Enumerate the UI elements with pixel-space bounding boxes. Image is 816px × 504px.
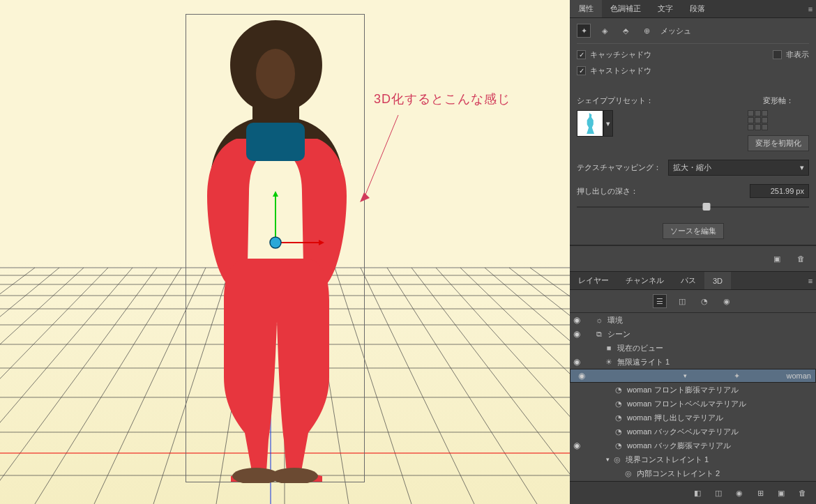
svg-line-19: [411, 268, 570, 504]
filter-material-icon[interactable]: ◔: [697, 294, 711, 308]
camera-icon: ■: [603, 344, 614, 352]
tab-channels[interactable]: チャンネル: [617, 272, 672, 289]
svg-point-36: [232, 468, 280, 483]
material-icon: ◔: [613, 399, 624, 408]
svg-line-43: [364, 115, 398, 198]
row-material[interactable]: ◔woman フロント膨張マテリアル: [570, 383, 816, 397]
footer-icon[interactable]: ⊞: [753, 486, 767, 500]
eye-icon[interactable]: ◉: [570, 441, 584, 450]
tab-properties[interactable]: 属性: [570, 0, 602, 17]
material-icon: ◔: [613, 385, 624, 395]
env-icon: ☼: [594, 316, 605, 324]
svg-line-1: [0, 268, 35, 504]
reset-deform-button[interactable]: 変形を初期化: [748, 135, 809, 151]
catch-shadow-check[interactable]: [577, 50, 586, 59]
row-material[interactable]: ◔woman 押し出しマテリアル: [570, 411, 816, 425]
svg-line-14: [0, 268, 157, 504]
svg-rect-34: [246, 123, 305, 161]
eye-icon[interactable]: ◉: [570, 329, 584, 339]
viewport-3d[interactable]: 3D化するとこんな感じ: [0, 0, 570, 504]
properties-tabs: 属性 色調補正 文字 段落 ≡: [570, 0, 816, 18]
extrude-depth-label: 押し出しの深さ：: [577, 186, 638, 197]
annotation-arrow: [360, 112, 402, 202]
extrude-depth-value[interactable]: 251.99 px: [750, 184, 809, 198]
svg-line-3: [0, 268, 133, 504]
svg-line-10: [485, 268, 570, 504]
footer-icon[interactable]: ◧: [690, 486, 704, 500]
svg-marker-39: [319, 240, 324, 245]
hide-check[interactable]: [773, 50, 782, 59]
shape-preset-label: シェイププリセット：: [577, 96, 653, 106]
filter-light-icon[interactable]: ◉: [720, 294, 734, 308]
transform-gizmo[interactable]: [262, 188, 324, 251]
edit-source-button[interactable]: ソースを編集: [663, 223, 724, 239]
scene-icon: ⧉: [594, 330, 605, 339]
texture-mapping-select[interactable]: 拡大・縮小▾: [668, 160, 809, 176]
svg-line-9: [436, 268, 570, 504]
material-icon: ◔: [613, 413, 624, 422]
trash-icon[interactable]: 🗑: [795, 486, 809, 500]
deform-mode-icon[interactable]: ◈: [598, 24, 612, 38]
material-icon: ◔: [613, 441, 624, 450]
render-icon[interactable]: ▣: [774, 486, 788, 500]
eye-icon[interactable]: ◉: [570, 357, 584, 367]
row-infinite-light[interactable]: ◉☀無限遠ライト 1: [570, 355, 816, 369]
panel-menu-icon[interactable]: ≡: [805, 0, 816, 17]
disclosure-icon[interactable]: ▾: [681, 372, 690, 379]
cast-shadow-check[interactable]: [577, 66, 586, 75]
svg-line-4: [35, 268, 181, 504]
svg-line-11: [530, 268, 570, 504]
row-woman[interactable]: ◉▾✦woman: [570, 369, 816, 383]
eye-icon[interactable]: ◉: [575, 371, 589, 381]
tab-character[interactable]: 文字: [649, 0, 681, 17]
tab-paths[interactable]: パス: [672, 272, 704, 289]
tab-layers[interactable]: レイヤー: [570, 272, 617, 289]
disclosure-icon[interactable]: ▾: [603, 456, 612, 463]
row-scene[interactable]: ◉⧉シーン: [570, 327, 816, 341]
trash-icon[interactable]: 🗑: [794, 252, 808, 266]
svg-line-21: [509, 268, 570, 504]
svg-point-42: [270, 237, 281, 248]
constraint-icon: ◎: [612, 455, 623, 464]
panel-menu-icon[interactable]: ≡: [805, 272, 816, 289]
shape-preset-dropdown[interactable]: ▾: [603, 110, 613, 137]
right-panels: 属性 色調補正 文字 段落 ≡ ✦ ◈ ⬘ ⊕ メッシュ キャッチシャドウ キャ…: [570, 0, 816, 504]
row-material[interactable]: ◔woman フロントベベルマテリアル: [570, 397, 816, 411]
row-environment[interactable]: ◉☼環境: [570, 313, 816, 327]
row-current-view[interactable]: ■現在のビュー: [570, 341, 816, 355]
svg-line-18: [361, 268, 474, 504]
footer-icon[interactable]: ◫: [711, 486, 725, 500]
row-constraint[interactable]: ◎内部コンストレイント 2: [570, 466, 816, 480]
render-icon[interactable]: ▣: [770, 252, 784, 266]
cap-mode-icon[interactable]: ⬘: [619, 24, 633, 38]
extrude-depth-slider[interactable]: [577, 202, 809, 212]
tab-adjustments[interactable]: 色調補正: [602, 0, 649, 17]
eye-icon[interactable]: ◉: [570, 315, 584, 325]
properties-panel: ✦ ◈ ⬘ ⊕ メッシュ キャッチシャドウ キャストシャドウ 非表示 シェイププ…: [570, 18, 816, 245]
svg-line-2: [0, 268, 84, 504]
cast-shadow-label: キャストシャドウ: [590, 66, 651, 76]
filter-scene-icon[interactable]: ☰: [653, 294, 667, 308]
tab-paragraph[interactable]: 段落: [681, 0, 713, 17]
material-icon: ◔: [613, 427, 624, 436]
hide-label: 非表示: [786, 49, 809, 60]
svg-line-8: [387, 268, 537, 504]
new-light-icon[interactable]: ◉: [732, 486, 746, 500]
shape-preset-thumb[interactable]: [577, 110, 603, 137]
constraint-icon: ◎: [623, 469, 634, 478]
tab-3d[interactable]: 3D: [704, 272, 731, 289]
deform-axis-label: 変形軸：: [748, 96, 809, 106]
mesh-label: メッシュ: [660, 26, 691, 36]
deform-axis-grid[interactable]: [748, 110, 769, 131]
svg-marker-44: [360, 192, 370, 202]
scene-tree[interactable]: ◉☼環境 ◉⧉シーン ■現在のビュー ◉☀無限遠ライト 1 ◉▾✦woman ◔…: [570, 313, 816, 481]
row-constraint[interactable]: ▾◎境界コンストレイント 1: [570, 452, 816, 466]
mesh-mode-icon[interactable]: ✦: [577, 24, 591, 38]
row-material[interactable]: ◔woman バックベベルマテリアル: [570, 425, 816, 438]
annotation-text: 3D化するとこんな感じ: [374, 91, 511, 107]
mesh-icon: ✦: [731, 372, 742, 381]
coord-mode-icon[interactable]: ⊕: [640, 24, 653, 38]
row-material[interactable]: ◉◔woman バック膨張マテリアル: [570, 438, 816, 452]
filter-mesh-icon[interactable]: ◫: [675, 294, 689, 308]
layers-tabs: レイヤー チャンネル パス 3D ≡: [570, 272, 816, 290]
